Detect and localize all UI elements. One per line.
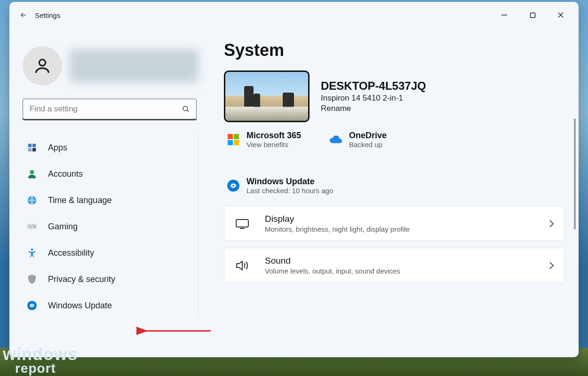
chevron-right-icon (548, 219, 555, 228)
person-icon (33, 56, 52, 75)
rename-link[interactable]: Rename (321, 104, 426, 113)
profile-block[interactable] (21, 28, 199, 97)
display-icon (234, 219, 251, 229)
sidebar-item-time-language[interactable]: Time & language (21, 188, 194, 212)
svg-rect-22 (234, 140, 239, 145)
tile-microsoft-365[interactable]: Microsoft 365 View benefits (227, 131, 301, 149)
svg-rect-10 (32, 148, 36, 151)
accessibility-icon (26, 247, 38, 258)
sidebar-item-label: Accessibility (48, 248, 94, 258)
svg-rect-24 (236, 219, 248, 227)
privacy-security-icon (26, 274, 38, 285)
windows-update-icon (227, 179, 240, 192)
annotation-arrow (141, 326, 212, 336)
device-block: DESKTOP-4L537JQ Inspiron 14 5410 2-in-1 … (224, 70, 564, 122)
tile-sub: Last checked: 10 hours ago (246, 187, 333, 195)
card-sub: Monitors, brightness, night light, displ… (265, 225, 410, 233)
sidebar-item-label: Accounts (48, 169, 83, 179)
sidebar-item-accounts[interactable]: Accounts (21, 162, 194, 186)
minimize-button[interactable] (496, 7, 513, 24)
sidebar-item-accessibility[interactable]: Accessibility (21, 241, 194, 265)
svg-rect-8 (32, 144, 36, 147)
windows-update-icon (26, 300, 38, 311)
svg-rect-9 (28, 148, 32, 151)
avatar (23, 46, 62, 86)
svg-point-15 (33, 225, 34, 226)
device-name: DESKTOP-4L537JQ (321, 79, 426, 93)
svg-point-16 (34, 227, 35, 227)
app-title: Settings (35, 11, 60, 19)
accounts-icon (26, 168, 38, 180)
svg-point-17 (31, 248, 33, 250)
scrollbar-thumb[interactable] (574, 118, 576, 229)
tile-title: OneDrive (349, 131, 387, 141)
tile-title: Microsoft 365 (246, 131, 301, 141)
page-title: System (224, 40, 564, 60)
device-model: Inspiron 14 5410 2-in-1 (321, 94, 426, 103)
chevron-right-icon (548, 261, 555, 270)
close-button[interactable] (552, 7, 569, 24)
svg-rect-13 (27, 224, 37, 229)
tile-windows-update[interactable]: Windows Update Last checked: 10 hours ag… (227, 177, 564, 195)
svg-rect-19 (228, 134, 233, 139)
tile-sub: Backed up (349, 141, 387, 149)
sidebar-item-label: Time & language (48, 196, 111, 205)
sidebar-item-apps[interactable]: Apps (21, 135, 194, 160)
profile-name-redacted (70, 49, 199, 82)
sidebar: Apps Accounts Time & language (9, 28, 207, 357)
sidebar-item-label: Apps (48, 143, 67, 153)
microsoft-logo-icon (227, 133, 240, 146)
svg-rect-1 (530, 13, 535, 17)
sidebar-item-label: Windows Update (48, 301, 112, 311)
nav-list: Apps Accounts Time & language (21, 133, 199, 318)
tile-title: Windows Update (246, 177, 333, 187)
device-thumbnail[interactable] (224, 70, 310, 122)
sidebar-item-windows-update[interactable]: Windows Update (21, 293, 194, 318)
search-box (23, 99, 197, 119)
svg-rect-7 (28, 144, 32, 147)
back-button[interactable] (15, 7, 32, 24)
settings-cards: Display Monitors, brightness, night ligh… (224, 206, 564, 283)
sidebar-item-label: Gaming (48, 222, 78, 232)
time-language-icon (26, 195, 38, 206)
tile-sub: View benefits (246, 141, 301, 149)
maximize-button[interactable] (524, 7, 541, 24)
onedrive-icon (329, 133, 342, 146)
settings-window: Settings (9, 2, 579, 357)
card-title: Display (265, 214, 410, 224)
apps-icon (26, 142, 38, 153)
svg-rect-20 (234, 134, 239, 139)
svg-line-6 (187, 110, 189, 112)
card-sub: Volume levels, output, input, sound devi… (265, 267, 400, 275)
gaming-icon (26, 221, 38, 232)
main-content: System DESKTOP-4L537JQ Inspiron 14 5410 … (207, 28, 579, 357)
status-tiles: Microsoft 365 View benefits OneDrive Bac… (227, 131, 564, 195)
sidebar-item-gaming[interactable]: Gaming (21, 214, 194, 239)
svg-point-4 (39, 60, 45, 66)
sidebar-item-label: Privacy & security (48, 274, 115, 284)
search-input[interactable] (23, 99, 197, 119)
titlebar: Settings (9, 2, 579, 28)
svg-point-23 (227, 180, 239, 192)
window-controls (496, 7, 573, 24)
svg-point-14 (30, 226, 31, 227)
svg-point-18 (27, 301, 37, 310)
sidebar-item-privacy-security[interactable]: Privacy & security (21, 267, 194, 291)
card-sound[interactable]: Sound Volume levels, output, input, soun… (224, 248, 564, 283)
card-title: Sound (265, 256, 400, 266)
search-icon (182, 105, 190, 113)
svg-point-11 (30, 170, 34, 174)
card-display[interactable]: Display Monitors, brightness, night ligh… (224, 206, 564, 241)
tile-onedrive[interactable]: OneDrive Backed up (329, 131, 387, 149)
sound-icon (234, 259, 251, 272)
svg-point-5 (183, 106, 188, 111)
svg-rect-21 (228, 140, 233, 145)
